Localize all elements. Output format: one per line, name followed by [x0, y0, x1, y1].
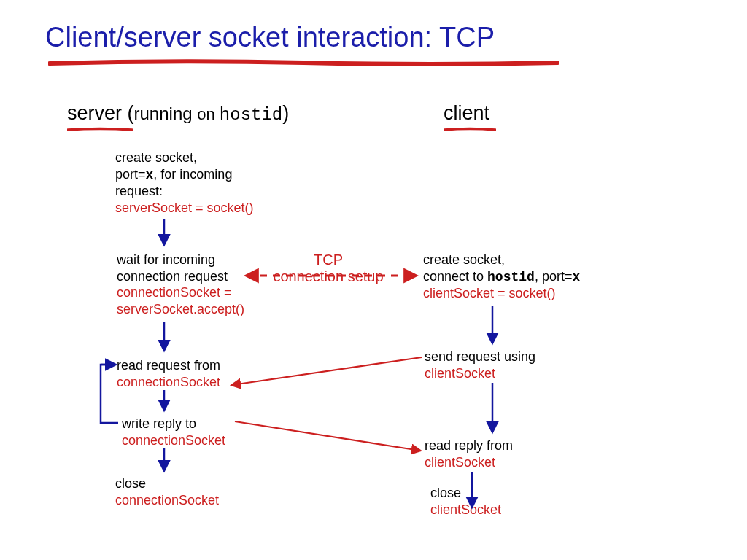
s1-line2b: x — [146, 168, 154, 182]
c4-line1: close — [430, 486, 461, 500]
server-step-close: close connectionSocket — [115, 475, 219, 508]
c1-line2d: x — [572, 270, 580, 284]
s2-line2: connection request — [117, 269, 228, 284]
c1-line2b: hostid — [487, 270, 535, 284]
server-step-wait: wait for incoming connection request con… — [117, 252, 244, 317]
server-header-paren-close: ) — [282, 102, 289, 124]
c1-line2a: connect to — [423, 269, 487, 284]
c1-line1: create socket, — [423, 252, 505, 267]
tcp-line2: connection setup — [273, 268, 383, 284]
s2-line1: wait for incoming — [117, 252, 215, 267]
s3-code: connectionSocket — [117, 375, 220, 389]
s1-line3: request: — [115, 184, 163, 198]
c4-code: clientSocket — [430, 502, 501, 517]
client-header-underline — [444, 127, 496, 133]
server-header-paren-open: ( — [122, 102, 134, 124]
server-header-underline — [67, 127, 133, 133]
s4-line1: write reply to — [122, 416, 196, 431]
s2-code-l1: connectionSocket = — [117, 285, 232, 300]
client-step-create-socket: create socket, connect to hostid, port=x… — [423, 252, 580, 302]
arrow-write-to-readreply — [235, 421, 420, 451]
server-header-running: running — [134, 104, 198, 123]
c3-code: clientSocket — [425, 455, 495, 470]
s5-code: connectionSocket — [115, 493, 219, 508]
s1-code: serverSocket = socket() — [115, 201, 254, 215]
server-step-write: write reply to connectionSocket — [122, 416, 225, 448]
client-step-read: read reply from clientSocket — [425, 438, 513, 470]
server-step-read: read request from connectionSocket — [117, 357, 220, 390]
loop-bracket — [101, 365, 118, 423]
s5-line1: close — [115, 476, 146, 491]
title-underline — [48, 58, 559, 69]
server-column-header: server (running on hostid) — [67, 102, 289, 125]
server-step-create-socket: create socket, port=x, for incoming requ… — [115, 149, 254, 216]
client-step-send: send request using clientSocket — [425, 349, 535, 381]
c1-line2c: , port= — [535, 269, 573, 284]
c1-code: clientSocket = socket() — [423, 286, 556, 300]
s1-line2a: port= — [115, 167, 146, 182]
c2-line1: send request using — [425, 349, 535, 364]
s3-line1: read request from — [117, 358, 220, 373]
server-header-on: on — [197, 105, 220, 123]
c3-line1: read reply from — [425, 438, 513, 453]
client-step-close: close clientSocket — [430, 485, 501, 518]
server-header-word: server — [67, 102, 122, 124]
s1-line2c: , for incoming — [153, 167, 232, 182]
tcp-line1: TCP — [314, 252, 343, 268]
client-column-header: client — [444, 102, 489, 125]
arrow-send-to-read — [232, 357, 422, 385]
s2-code-l2: serverSocket.accept() — [117, 302, 244, 316]
slide: Client/server socket interaction: TCP se… — [0, 0, 747, 560]
server-header-hostid: hostid — [220, 105, 282, 125]
c2-code: clientSocket — [425, 366, 495, 381]
s1-line1: create socket, — [115, 150, 197, 165]
tcp-connection-label: TCP connection setup — [255, 252, 401, 285]
page-title: Client/server socket interaction: TCP — [45, 22, 495, 53]
s4-code: connectionSocket — [122, 433, 225, 448]
